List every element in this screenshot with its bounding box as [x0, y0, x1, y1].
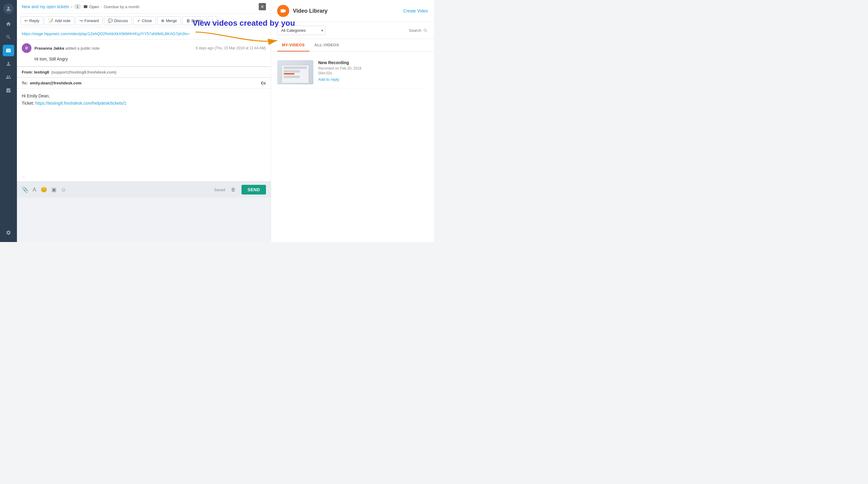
search-row	[371, 28, 428, 33]
from-name: testing8	[34, 70, 49, 75]
breadcrumb-text[interactable]: New and my open tickets	[22, 4, 69, 9]
forward-button[interactable]: ↪ Forward	[75, 16, 103, 25]
from-label: From:	[22, 70, 33, 75]
tab-all-videos[interactable]: ALL-VIDEOS	[309, 39, 344, 51]
reply-button[interactable]: ↩ Reply	[21, 16, 43, 25]
ticket-body: https://stage.hippowiz.com/video/play/1Z…	[17, 28, 271, 242]
reply-area: From: testing8 (support@testing8.freshde…	[17, 66, 271, 198]
video-panel-header: Video Library Create Video	[271, 0, 434, 22]
thumb-bar-2	[284, 70, 300, 73]
breadcrumb-chevron: ›	[71, 4, 72, 9]
header: New and my open tickets › 1 Open · Overd…	[17, 0, 271, 13]
video-filter-row: All Categories My Videos Team Videos	[271, 22, 434, 39]
thumbnail-inner	[277, 60, 313, 84]
video-panel: Video Library Create Video All Categorie…	[271, 0, 434, 242]
from-email: (support@testing8.freshdesk.com)	[51, 70, 116, 75]
close-ticket-icon: ✓	[137, 19, 141, 23]
note-card: P Prasanna Jakka added a public note 6 d…	[17, 39, 271, 66]
add-note-button[interactable]: 📝 Add note	[44, 16, 74, 25]
video-duration: 00m:02s	[318, 71, 428, 75]
ticket-count-badge: 1	[74, 4, 81, 9]
compose-line2: Ticket: https://testing8.freshdesk.com/h…	[22, 101, 266, 106]
sidebar-item-tickets[interactable]	[3, 45, 14, 56]
send-button[interactable]: SEND	[242, 185, 266, 195]
merge-icon: ⊕	[161, 19, 164, 23]
ticket-status: Open · Overdue by a month	[84, 4, 139, 9]
create-video-button[interactable]: Create Video	[403, 8, 428, 13]
video-item: New Recording Recorded on Feb 20, 2018 0…	[277, 57, 428, 88]
search-input[interactable]	[371, 28, 421, 33]
discuss-icon: 💬	[108, 19, 113, 23]
reply-from-row: From: testing8 (support@testing8.freshde…	[17, 67, 271, 78]
more-button[interactable]: ⋮	[208, 16, 217, 25]
sidebar	[0, 0, 17, 242]
note-author: P Prasanna Jakka added a public note	[22, 43, 99, 53]
footer-icons: 📎 A 😊 ▣ ☺	[22, 186, 66, 193]
merge-button[interactable]: ⊕ Merge	[157, 16, 181, 25]
note-action: added a public note	[65, 46, 99, 51]
reply-compose-area[interactable]: Hi Emily Dean, Ticket: https://testing8.…	[17, 89, 271, 173]
video-url-link[interactable]: https://stage.hippowiz.com/video/play/1Z…	[22, 31, 190, 36]
tab-my-videos[interactable]: MY-VIDEOS	[277, 39, 309, 51]
video-panel-title: Video Library	[277, 5, 328, 17]
thumb-bar-1	[284, 66, 307, 69]
status-label: Open	[89, 4, 99, 9]
ticket-link[interactable]: https://testing8.freshdesk.com/helpdesk/…	[35, 101, 126, 106]
url-section: https://stage.hippowiz.com/video/play/1Z…	[17, 28, 271, 39]
trash-button[interactable]: 🗑	[229, 185, 238, 194]
thumb-screen	[282, 65, 309, 83]
note-header: P Prasanna Jakka added a public note 6 d…	[17, 39, 271, 55]
close-button[interactable]: ✕	[259, 3, 266, 10]
note-icon: 📝	[49, 19, 53, 23]
video-thumbnail	[277, 60, 313, 84]
sidebar-item-settings[interactable]	[3, 227, 14, 238]
avatar: P	[22, 43, 31, 53]
reply-to-row: To: emily.dean@freshdesk.com Cc	[17, 78, 271, 89]
delete-icon: 🗑	[186, 19, 190, 23]
typing-indicator: ···	[17, 173, 271, 181]
note-body: Hi tom, Still Angry	[17, 55, 271, 66]
to-label: To:	[22, 81, 28, 85]
note-meta: Prasanna Jakka added a public note	[34, 46, 99, 51]
font-icon[interactable]: A	[33, 187, 36, 193]
logo	[3, 4, 13, 14]
sidebar-item-home[interactable]	[3, 18, 14, 30]
emoji-icon[interactable]: 😊	[40, 186, 47, 193]
cc-link[interactable]: Cc	[261, 81, 266, 85]
author-name: Prasanna Jakka	[34, 46, 64, 51]
reply-icon: ↩	[25, 19, 28, 23]
sidebar-item-contacts[interactable]	[3, 58, 14, 69]
category-select[interactable]: All Categories My Videos Team Videos	[277, 26, 326, 35]
thumb-bar-accent	[284, 73, 294, 75]
template-icon[interactable]: ▣	[51, 186, 57, 193]
add-to-reply-button[interactable]: Add to reply	[318, 77, 339, 82]
video-panel-icon	[277, 5, 289, 17]
search-icon	[423, 28, 428, 33]
toolbar: ↩ Reply 📝 Add note ↪ Forward 💬 Discuss ✓…	[17, 13, 271, 28]
svg-point-0	[7, 7, 10, 9]
category-select-wrapper: All Categories My Videos Team Videos	[277, 26, 326, 35]
video-icon[interactable]: ☺	[61, 187, 66, 193]
discuss-button[interactable]: 💬 Discuss	[104, 16, 132, 25]
attachment-icon[interactable]: 📎	[22, 186, 28, 193]
saved-text: Saved	[214, 188, 225, 192]
overdue-label: Overdue by a month	[104, 4, 139, 9]
video-info: New Recording Recorded on Feb 20, 2018 0…	[318, 60, 428, 82]
reply-footer: 📎 A 😊 ▣ ☺ Saved 🗑 SEND	[17, 181, 271, 198]
main-content: New and my open tickets › 1 Open · Overd…	[17, 0, 271, 242]
to-email: emily.dean@freshdesk.com	[30, 81, 82, 85]
video-recorded: Recorded on Feb 20, 2018	[318, 66, 428, 70]
thumb-bar-3	[284, 76, 300, 78]
delete-button[interactable]: 🗑 Delete	[182, 16, 207, 25]
video-title: New Recording	[318, 60, 428, 65]
breadcrumb: New and my open tickets › 1	[22, 4, 81, 9]
note-time: 6 days ago (Thu, 15 Mar 2018 at 11:44 AM…	[196, 46, 266, 50]
close-ticket-button[interactable]: ✓ Close	[133, 16, 156, 25]
forward-icon: ↪	[80, 19, 83, 23]
sidebar-item-reports[interactable]	[3, 85, 14, 96]
video-list: View videos created by you	[271, 52, 434, 93]
compose-line1: Hi Emily Dean,	[22, 93, 266, 98]
sidebar-item-groups[interactable]	[3, 72, 14, 83]
sidebar-item-search[interactable]	[3, 31, 14, 43]
video-tabs: MY-VIDEOS ALL-VIDEOS	[271, 39, 434, 52]
